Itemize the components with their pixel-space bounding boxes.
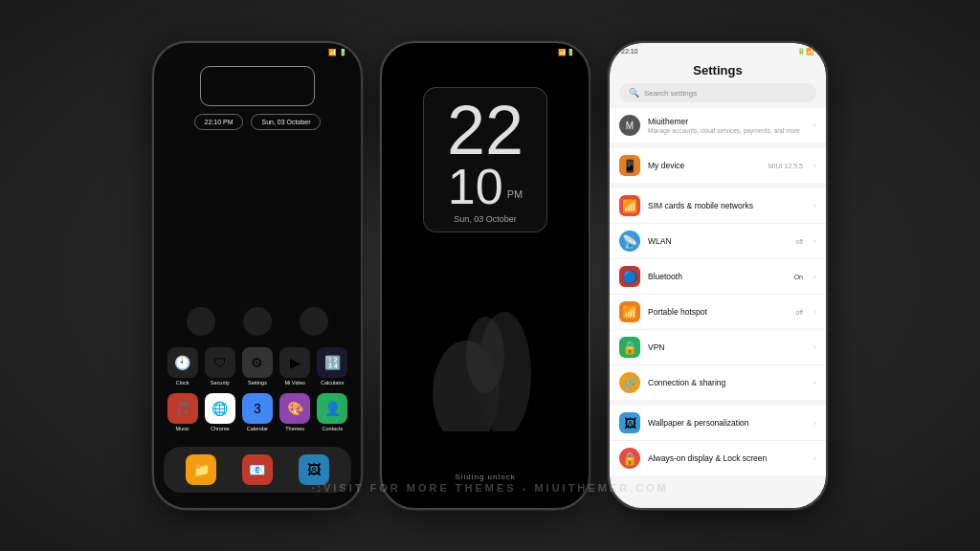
avatar-miuithemer: M	[619, 115, 640, 136]
phone-settings: 22:10 🔋📶 Settings 🔍 Search settings M Mi…	[608, 41, 828, 510]
app-calculator[interactable]: 🔢 Calculator	[315, 347, 349, 386]
hotspot-badge: off	[795, 309, 803, 316]
lock-deco-art	[418, 259, 552, 431]
mydevice-title: My device	[648, 161, 761, 170]
chevron-bluetooth: ›	[813, 272, 816, 281]
settings-item-alwayson[interactable]: 🔒 Always-on display & Lock screen ›	[610, 441, 826, 475]
clock-date: Sun, 03 October	[454, 215, 517, 224]
mydevice-badge: MIUI 12.5.5	[768, 163, 803, 169]
app-settings-label: Settings	[248, 380, 267, 386]
settings-item-wallpaper[interactable]: 🖼 Wallpaper & personalization ›	[610, 406, 826, 441]
settings-time: 22:10	[621, 48, 638, 55]
vpn-icon: 🔒	[619, 337, 640, 358]
settings-item-bluetooth[interactable]: 🔵 Bluetooth On ›	[610, 259, 826, 295]
mydevice-icon: 📱	[619, 155, 640, 176]
contacts-icon: 👤	[317, 393, 347, 424]
dock-icon-2: 📧	[242, 454, 273, 485]
alwayson-icon: 🔒	[619, 448, 640, 469]
app-row-2: 🎵 Music 🌐 Chrome 3 Calendar 🎨 Themes	[164, 393, 351, 431]
home-widgets: 22:10 PM Sun, 03 October	[154, 58, 361, 138]
clock-ampm: PM	[507, 189, 523, 200]
phone-homescreen: 📶🔋 22:10 PM Sun, 03 October	[152, 41, 363, 510]
chevron-sim: ›	[813, 201, 816, 210]
lock-unlock-label: Sliding unlock	[455, 473, 515, 481]
wallpaper-icon: 🖼	[619, 412, 640, 433]
phone-lockscreen: 📶🔋 22 10 PM Sun, 03 October	[380, 41, 590, 510]
settings-item-mydevice[interactable]: 📱 My device MIUI 12.5.5 ›	[610, 148, 826, 183]
mydevice-text: My device	[648, 161, 761, 170]
clock-minute: 10	[448, 162, 503, 211]
clock-widget-box: 22 10 PM Sun, 03 October	[423, 87, 547, 232]
settings-section-device: 📱 My device MIUI 12.5.5 ›	[610, 148, 826, 183]
chevron-alwayson: ›	[813, 453, 816, 463]
sim-icon: 📶	[619, 195, 640, 216]
svg-point-2	[466, 317, 504, 393]
app-settings[interactable]: ⚙ Settings	[240, 347, 275, 386]
settings-item-hotspot[interactable]: 📶 Portable hotspot off ›	[610, 295, 826, 330]
widget-time: 22:10 PM	[194, 114, 244, 130]
chevron-miuithemer: ›	[813, 121, 816, 130]
app-calendar[interactable]: 3 Calendar	[240, 393, 275, 431]
dock-app-2[interactable]: 📧	[240, 454, 275, 485]
chevron-hotspot: ›	[813, 307, 816, 317]
connection-icon: 🔗	[619, 372, 640, 393]
vpn-text: VPN	[648, 342, 816, 352]
app-security-label: Security	[211, 380, 230, 386]
status-bar-home: 📶🔋	[154, 43, 361, 58]
app-contacts-label: Contacts	[322, 426, 343, 431]
settings-section-connectivity: 📶 SIM cards & mobile networks › 📡 WLAN o…	[610, 188, 826, 400]
app-clock-label: Clock	[176, 380, 189, 386]
vpn-title: VPN	[648, 342, 816, 352]
widget-top-box	[200, 66, 315, 106]
app-music[interactable]: 🎵 Music	[166, 393, 200, 431]
settings-item-connection[interactable]: 🔗 Connection & sharing ›	[610, 365, 826, 400]
widget-time-row: 22:10 PM Sun, 03 October	[194, 114, 322, 130]
dock-app-3[interactable]: 🖼	[297, 454, 331, 485]
wlan-title: WLAN	[648, 236, 788, 246]
settings-title: Settings	[610, 57, 826, 83]
bluetooth-title: Bluetooth	[648, 272, 787, 281]
app-mivideo[interactable]: ▶ Mi Video	[278, 347, 312, 386]
mivideo-icon: ▶	[279, 347, 310, 378]
chevron-mydevice: ›	[813, 161, 816, 170]
app-chrome-label: Chrome	[211, 426, 230, 431]
settings-item-miuithemer[interactable]: M Miuithemer Manage accounts, cloud serv…	[610, 108, 826, 143]
app-themes-label: Themes	[285, 426, 304, 431]
watermark-text: ·:VISIT FOR MORE THEMES - MIUITHEMER.COM	[311, 482, 669, 494]
alwayson-text: Always-on display & Lock screen	[648, 453, 816, 463]
wlan-badge: off	[795, 238, 803, 245]
search-placeholder: Search settings	[644, 89, 697, 98]
app-chrome[interactable]: 🌐 Chrome	[203, 393, 237, 431]
app-contacts[interactable]: 👤 Contacts	[315, 393, 349, 431]
clock-min-row: 10 PM	[448, 162, 523, 211]
settings-item-sim[interactable]: 📶 SIM cards & mobile networks ›	[610, 188, 826, 224]
status-bar-lock: 📶🔋	[382, 43, 589, 58]
app-clock[interactable]: 🕙 Clock	[166, 347, 200, 386]
deco-circle-2	[243, 307, 272, 336]
themes-icon: 🎨	[279, 393, 310, 424]
app-calculator-label: Calculator	[321, 380, 345, 386]
deco-circles	[154, 307, 361, 336]
settings-section-personalization: 🖼 Wallpaper & personalization › 🔒 Always…	[610, 406, 826, 475]
settings-status-bar: 22:10 🔋📶	[610, 43, 826, 57]
chevron-wlan: ›	[813, 236, 816, 246]
dock-icon-1: 📁	[186, 454, 216, 485]
lock-clock: 22 10 PM Sun, 03 October	[423, 87, 547, 232]
settings-item-wlan[interactable]: 📡 WLAN off ›	[610, 224, 826, 259]
chevron-connection: ›	[813, 378, 816, 387]
settings-search-bar[interactable]: 🔍 Search settings	[619, 83, 816, 102]
status-icons: 📶🔋	[328, 49, 347, 56]
hotspot-icon: 📶	[619, 301, 640, 322]
alwayson-title: Always-on display & Lock screen	[648, 453, 816, 463]
clock-icon: 🕙	[167, 347, 198, 378]
bluetooth-icon: 🔵	[619, 266, 640, 287]
settings-item-vpn[interactable]: 🔒 VPN ›	[610, 330, 826, 365]
app-mivideo-label: Mi Video	[285, 380, 305, 386]
hotspot-text: Portable hotspot	[648, 307, 788, 317]
chevron-vpn: ›	[813, 342, 816, 352]
dock-app-1[interactable]: 📁	[184, 454, 218, 485]
settings-section-profile: M Miuithemer Manage accounts, cloud serv…	[610, 108, 826, 143]
app-themes[interactable]: 🎨 Themes	[278, 393, 312, 431]
music-icon: 🎵	[167, 393, 198, 424]
app-security[interactable]: 🛡 Security	[203, 347, 237, 386]
